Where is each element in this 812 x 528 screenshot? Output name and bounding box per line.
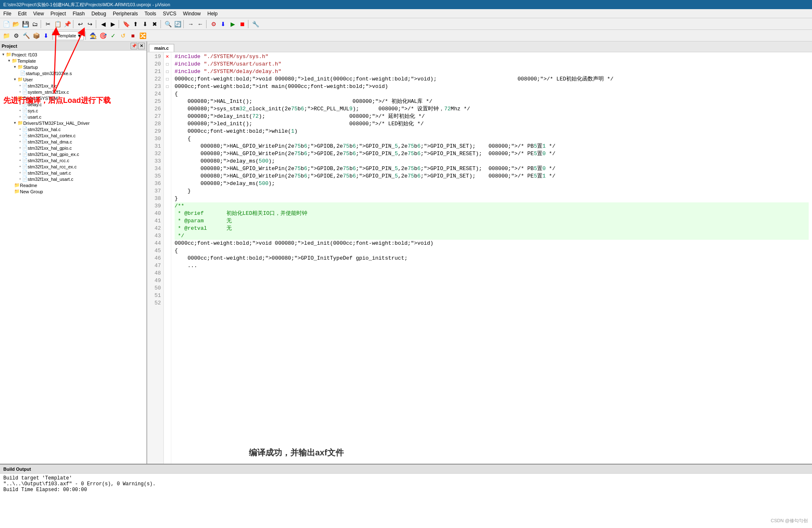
menu-item-file[interactable]: File (0, 10, 15, 17)
tree-item[interactable]: + 📄 stm32f1xx_hal_gpio.c (0, 145, 146, 151)
tree-item[interactable]: + 📄 stm32f1xx_hal_rcc.c (0, 157, 146, 163)
file-icon: 📄 (22, 139, 28, 144)
line-number: 31 (149, 143, 161, 150)
menu-item-tools[interactable]: Tools (141, 10, 160, 17)
panel-close-btn[interactable]: ✕ (138, 43, 145, 49)
indent-btn[interactable]: → (186, 19, 195, 29)
line-number: 25 (149, 98, 161, 105)
code-line: 0000cc;font-weight:bold;">while(1) (175, 128, 809, 135)
code-line: 000080;">led_init(); 008000;">/* LED初始化 … (175, 120, 809, 128)
menu-item-help[interactable]: Help (204, 10, 221, 17)
tree-item[interactable]: ▼ 📁 Startup (0, 64, 146, 70)
expand-icon: ▼ (2, 53, 5, 56)
tb2-wizard-btn[interactable]: 🧙 (89, 31, 98, 40)
code-wrapper: 1920212223242526272829303132333435363738… (147, 52, 812, 464)
tb2-btn5[interactable]: ⬇ (41, 31, 51, 40)
prev-bookmark-btn[interactable]: ⬆ (131, 19, 140, 29)
tree-item[interactable]: + 📄 delay.c (0, 101, 146, 107)
next-bookmark-btn[interactable]: ⬇ (141, 19, 150, 29)
tb2-btn4[interactable]: 📦 (32, 31, 41, 40)
code-lines-container: 1920212223242526272829303132333435363738… (147, 52, 812, 464)
line-marker: □ (164, 68, 171, 76)
clear-bookmarks-btn[interactable]: ✖ (150, 19, 159, 29)
tree-item[interactable]: + 📄 stm32f1xx_hal_rcc_ex.c (0, 163, 146, 170)
tree-item[interactable]: + 📄 usart.c (0, 114, 146, 120)
tb2-btn1[interactable]: 📁 (2, 31, 11, 40)
tree-item[interactable]: ▼ 📁 Template (0, 58, 146, 64)
expand-icon: ▼ (13, 96, 17, 100)
find-btn[interactable]: 🔍 (163, 19, 173, 29)
menu-item-svcs[interactable]: SVCS (160, 10, 180, 17)
outdent-btn[interactable]: ← (196, 19, 205, 29)
tree-item[interactable]: + 📄 stm32f1xx_hal_gpio_ex.c (0, 151, 146, 157)
tb2-rebuild-btn[interactable]: ↺ (119, 31, 128, 40)
template-dropdown[interactable]: Template ▼ (56, 31, 84, 40)
tb2-target-btn[interactable]: 🎯 (99, 31, 108, 40)
tree-item[interactable]: + 📄 system_stm32f1xx.c (0, 89, 146, 95)
paste-btn[interactable]: 📌 (63, 19, 72, 29)
tb2-stop2-btn[interactable]: ■ (129, 31, 138, 40)
code-line: 000080;">HAL_GPIO_WritePin(2e75b6;">GPIO… (175, 150, 809, 158)
expand-icon: + (19, 134, 21, 137)
tree-item[interactable]: ▼ 📁 Project: f103 (0, 51, 146, 58)
code-line: ... (175, 262, 809, 270)
code-line: #include "./SYSTEM/delay/delay.h" (175, 68, 809, 75)
tree-item[interactable]: ▼ 📁 Drivers/STM32F1xx_HAL_Driver (0, 120, 146, 126)
code-line: * @retval 无 (175, 225, 809, 232)
cut-btn[interactable]: ✂ (44, 19, 53, 29)
code-line: 000080;">delay_ms(500); (175, 180, 809, 187)
tree-item[interactable]: + 📄 stm32f1xx_hal_dma.c (0, 139, 146, 145)
file-icon: 📄 (22, 164, 28, 169)
bookmark-btn[interactable]: 🔖 (122, 19, 131, 29)
menu-item-view[interactable]: View (30, 10, 47, 17)
menu-item-edit[interactable]: Edit (15, 10, 30, 17)
line-number: 41 (149, 217, 161, 225)
tb2-btn3[interactable]: 🔨 (22, 31, 31, 40)
nav-fwd-btn[interactable]: ▶ (108, 19, 117, 29)
debug-btn[interactable]: ▶ (228, 19, 237, 29)
line-number: 38 (149, 195, 161, 202)
build-btn[interactable]: ⚙ (209, 19, 218, 29)
menu-item-debug[interactable]: Debug (88, 10, 109, 17)
tree-label: stm32f1xx_hal_uart.c (28, 170, 71, 175)
tree-item[interactable]: ▼ 📁 User (0, 76, 146, 83)
redo-btn[interactable]: ↪ (85, 19, 95, 29)
tree-item[interactable]: + 📄 stm32f1xx_it.c (0, 83, 146, 89)
tree-item[interactable]: ▼ 📁 Drivers/SYSTEM (0, 95, 146, 101)
tree-item[interactable]: + 📄 stm32f1xx_hal_uart.c (0, 170, 146, 176)
download-btn[interactable]: ⬇ (219, 19, 228, 29)
open-btn[interactable]: 📂 (11, 19, 20, 29)
tree-label: New Group (20, 189, 43, 194)
panel-pin-btn[interactable]: 📌 (131, 43, 137, 49)
tree-item[interactable]: 📄 startup_stm32f103xe.s (0, 70, 146, 76)
file-icon: 📄 (22, 176, 28, 182)
undo-btn[interactable]: ↩ (76, 19, 85, 29)
code-tab-main[interactable]: main.c (149, 44, 174, 52)
config-btn[interactable]: 🔧 (251, 19, 260, 29)
menu-item-flash[interactable]: Flash (69, 10, 88, 17)
stop-btn[interactable]: ⏹ (238, 19, 247, 29)
title-text: E:\stm32Project\实验0-1创建HAL库工程\Projects\M… (3, 2, 170, 8)
menu-item-peripherals[interactable]: Peripherals (109, 10, 141, 17)
copy-btn[interactable]: 📋 (53, 19, 62, 29)
save-all-btn[interactable]: 🗂 (30, 19, 39, 29)
tree-item[interactable]: + 📄 stm32f1xx_hal_cortex.c (0, 132, 146, 139)
save-btn[interactable]: 💾 (21, 19, 30, 29)
tree-item[interactable]: + 📄 stm32f1xx_hal.c (0, 126, 146, 132)
tb2-multi-btn[interactable]: 🔀 (139, 31, 148, 40)
menu-item-project[interactable]: Project (47, 10, 69, 17)
tree-item[interactable]: + 📄 stm32f1xx_hal_usart.c (0, 176, 146, 182)
new-btn[interactable]: 📄 (2, 19, 11, 29)
nav-back-btn[interactable]: ◀ (99, 19, 108, 29)
tree-item[interactable]: 📁 Readme (0, 182, 146, 188)
tb2-btn2[interactable]: ⚙ (12, 31, 21, 40)
menu-item-window[interactable]: Window (180, 10, 204, 17)
tb2-clean-btn[interactable]: ✓ (109, 31, 118, 40)
code-line: 000080;">sys_stm32_clock_init(2e75b6;">R… (175, 105, 809, 113)
tree-item[interactable]: 📁 New Group (0, 188, 146, 195)
replace-btn[interactable]: 🔄 (173, 19, 182, 29)
file-icon: 📄 (22, 108, 28, 113)
tree-item[interactable]: + 📄 sys.c (0, 107, 146, 114)
code-text[interactable]: #include "./SYSTEM/sys/sys.h"#include ".… (171, 52, 812, 464)
expand-icon: + (19, 165, 21, 168)
